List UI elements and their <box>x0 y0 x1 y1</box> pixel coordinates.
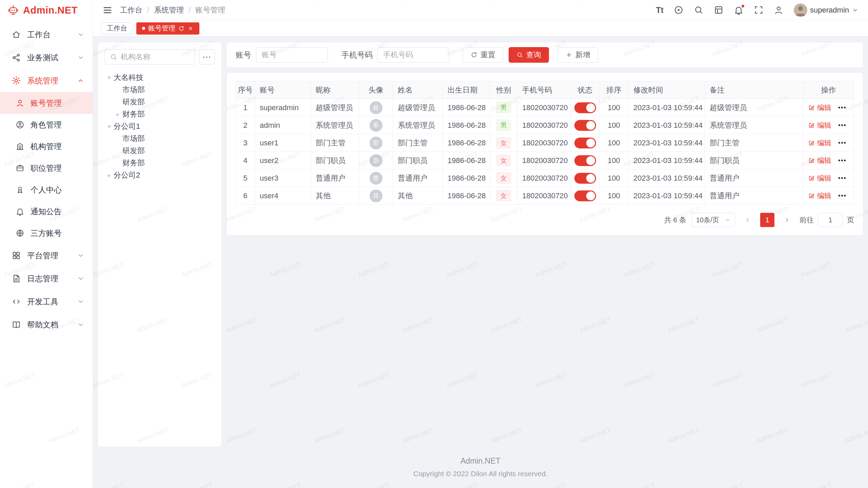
row-more-button[interactable]: ••• <box>838 104 847 111</box>
row-more-button[interactable]: ••• <box>838 157 847 164</box>
username: superadmin <box>810 6 849 15</box>
add-button[interactable]: 新增 <box>558 47 598 63</box>
sidebar-item-help-docs[interactable]: 帮助文档 <box>0 313 93 336</box>
hamburger-menu-icon[interactable] <box>102 5 113 15</box>
layout-config-icon[interactable] <box>714 5 724 15</box>
accounts-table-card: 序号 账号 昵称 头像 姓名 出生日期 性别 手机号码 状态 排序 修改时间 <box>226 73 863 236</box>
edit-button[interactable]: 编辑 <box>808 138 831 148</box>
prev-page-button[interactable] <box>741 213 755 227</box>
edit-button[interactable]: 编辑 <box>808 174 831 183</box>
profile-icon[interactable] <box>774 5 784 15</box>
sidebar-item-accounts[interactable]: 账号管理 <box>0 92 93 114</box>
search-icon <box>516 52 523 58</box>
status-toggle[interactable] <box>574 138 596 148</box>
tree-node[interactable]: 研发部 <box>105 145 215 157</box>
tree-node-label: 市场部 <box>122 85 145 95</box>
sidebar-item-platform[interactable]: 平台管理 <box>0 244 93 267</box>
row-more-button[interactable]: ••• <box>838 122 847 128</box>
org-search-input[interactable] <box>121 53 190 61</box>
caret-right-icon[interactable]: ▸ <box>114 111 122 118</box>
org-search-row: ⋯ <box>105 49 215 65</box>
breadcrumb-item[interactable]: 工作台 <box>120 5 142 15</box>
code-icon <box>12 297 21 306</box>
tree-node[interactable]: ▸分公司2 <box>105 169 215 181</box>
tree-node[interactable]: 市场部 <box>105 84 215 96</box>
sidebar-item-notices[interactable]: 通知公告 <box>0 201 93 222</box>
query-button[interactable]: 查询 <box>509 47 549 63</box>
refresh-icon[interactable] <box>178 25 184 32</box>
page-number-current[interactable]: 1 <box>760 213 774 227</box>
cell-order: 100 <box>599 134 629 152</box>
sidebar-item-roles[interactable]: 角色管理 <box>0 114 93 136</box>
tree-node[interactable]: ▾分公司1 <box>105 120 215 133</box>
edit-button[interactable]: 编辑 <box>808 103 831 113</box>
font-size-icon[interactable]: Tt <box>656 6 664 14</box>
tree-node[interactable]: 市场部 <box>105 133 215 145</box>
cell-nickname: 其他 <box>311 187 359 205</box>
tree-node[interactable]: ▸财务部 <box>105 108 215 120</box>
edit-button[interactable]: 编辑 <box>808 191 831 201</box>
sidebar-item-label: 三方账号 <box>31 228 62 239</box>
status-toggle[interactable] <box>574 102 596 113</box>
sidebar-item-business-test[interactable]: 业务测试 <box>0 46 93 69</box>
sidebar-item-positions[interactable]: 职位管理 <box>0 157 93 179</box>
cell-name: 部门主管 <box>393 134 443 152</box>
goto-page-input[interactable] <box>818 213 843 227</box>
search-icon[interactable] <box>694 5 704 15</box>
caret-right-icon[interactable]: ▸ <box>105 172 114 179</box>
page-size-value: 10条/页 <box>696 216 719 225</box>
edit-label: 编辑 <box>817 121 831 130</box>
sidebar-item-third-party[interactable]: 三方账号 <box>0 222 93 244</box>
status-toggle[interactable] <box>574 190 596 201</box>
close-icon[interactable] <box>188 25 194 32</box>
breadcrumb-item[interactable]: 系统管理 <box>154 5 184 15</box>
sidebar-item-profile-center[interactable]: 个人中心 <box>0 179 93 201</box>
cell-no: 1 <box>236 99 255 117</box>
sidebar-item-workbench[interactable]: 工作台 <box>0 23 93 46</box>
bell-icon <box>16 207 24 216</box>
status-toggle[interactable] <box>574 120 596 131</box>
table-header-row: 序号 账号 昵称 头像 姓名 出生日期 性别 手机号码 状态 排序 修改时间 <box>236 81 854 99</box>
page-size-select[interactable]: 10条/页 <box>692 213 735 227</box>
table-row: 1 superadmin 超级管理员 超 超级管理员 1986-06-28 男 … <box>236 99 854 117</box>
tree-node[interactable]: 财务部 <box>105 157 215 169</box>
fullscreen-icon[interactable] <box>754 5 764 15</box>
notification-badge <box>741 4 745 8</box>
reset-button[interactable]: 重置 <box>463 47 503 63</box>
cell-actions: 编辑••• <box>803 152 854 169</box>
edit-button[interactable]: 编辑 <box>808 156 831 165</box>
gender-badge: 男 <box>496 120 511 131</box>
account-input[interactable] <box>256 47 328 63</box>
tab-accounts[interactable]: 账号管理 <box>136 22 199 35</box>
cell-account: admin <box>255 117 311 134</box>
status-toggle[interactable] <box>574 155 596 166</box>
sidebar-item-orgs[interactable]: 机构管理 <box>0 136 93 157</box>
sidebar-item-label: 帮助文档 <box>27 320 58 330</box>
caret-down-icon[interactable]: ▾ <box>105 74 114 81</box>
sidebar-item-dev-tools[interactable]: 开发工具 <box>0 290 93 313</box>
language-icon[interactable] <box>674 5 684 15</box>
cell-order: 100 <box>599 187 629 205</box>
user-menu[interactable]: superadmin <box>794 3 859 17</box>
building-icon <box>16 142 24 151</box>
logo[interactable]: Admin.NET <box>0 0 93 20</box>
notification-bell-icon[interactable] <box>734 5 744 15</box>
status-toggle[interactable] <box>574 173 596 184</box>
search-icon <box>110 53 117 61</box>
edit-button[interactable]: 编辑 <box>808 121 831 130</box>
refresh-icon <box>471 52 477 58</box>
org-more-button[interactable]: ⋯ <box>199 49 215 65</box>
tab-workbench[interactable]: 工作台 <box>101 22 133 35</box>
row-avatar: 系 <box>370 119 382 132</box>
caret-down-icon[interactable]: ▾ <box>105 123 114 130</box>
sidebar-item-logs[interactable]: 日志管理 <box>0 267 93 290</box>
row-more-button[interactable]: ••• <box>838 139 847 146</box>
tree-node[interactable]: 研发部 <box>105 96 215 108</box>
row-more-button[interactable]: ••• <box>838 175 847 181</box>
next-page-button[interactable] <box>780 213 794 227</box>
sidebar-item-system[interactable]: 系统管理 <box>0 69 93 92</box>
tree-node-label: 市场部 <box>122 134 145 144</box>
row-more-button[interactable]: ••• <box>838 192 847 199</box>
tree-node[interactable]: ▾大名科技 <box>105 72 215 84</box>
phone-input[interactable] <box>377 47 449 63</box>
